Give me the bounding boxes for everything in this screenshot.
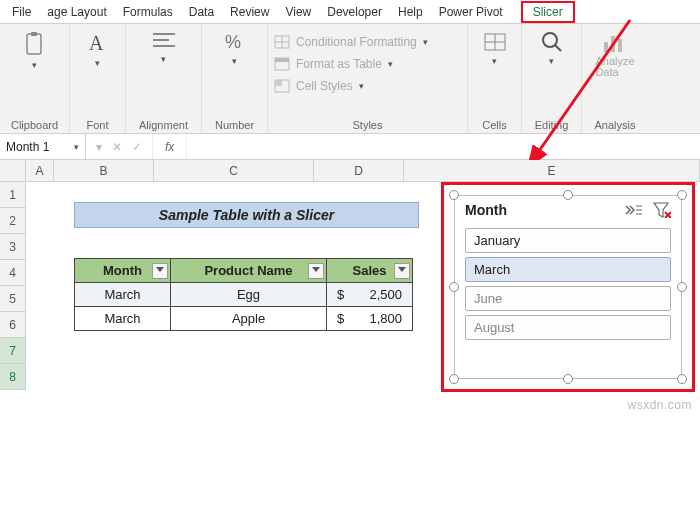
row-8[interactable]: 8 <box>0 364 26 390</box>
fx-label[interactable]: fx <box>153 134 187 159</box>
th-month[interactable]: Month <box>75 259 171 283</box>
title-banner: Sample Table with a Slicer <box>74 202 419 228</box>
cancel-icon[interactable]: ✕ <box>112 140 122 154</box>
grid: A B C D E 1 2 3 4 5 6 7 8 Sample Table w… <box>0 160 700 442</box>
col-C[interactable]: C <box>154 160 314 181</box>
conditional-formatting-button[interactable]: Conditional Formatting ▾ <box>274 32 461 52</box>
tab-developer[interactable]: Developer <box>319 1 390 23</box>
ribbon-body: ▾ Clipboard A ▾ Font ▾ Alignment % ▾ Num… <box>0 24 700 134</box>
cell-styles-button[interactable]: Cell Styles ▾ <box>274 76 461 96</box>
slicer-item-march[interactable]: March <box>465 257 671 282</box>
table-icon <box>274 57 290 71</box>
tab-view[interactable]: View <box>277 1 319 23</box>
row-3[interactable]: 3 <box>0 234 26 260</box>
group-font: Font <box>76 117 119 131</box>
slicer-title: Month <box>465 202 507 218</box>
font-icon: A <box>87 30 109 56</box>
row-7[interactable]: 7 <box>0 338 26 364</box>
row-1[interactable]: 1 <box>0 182 26 208</box>
th-sales[interactable]: Sales <box>327 259 413 283</box>
number-button[interactable]: % ▾ <box>208 28 261 68</box>
row-6[interactable]: 6 <box>0 312 26 338</box>
svg-text:A: A <box>89 32 104 54</box>
group-cells: Cells <box>474 117 515 131</box>
alignment-button[interactable]: ▾ <box>132 28 195 66</box>
analyze-data-button[interactable]: Analyze Data <box>588 28 642 80</box>
tab-slicer[interactable]: Slicer <box>521 1 575 23</box>
tab-pagelayout[interactable]: age Layout <box>39 1 114 23</box>
tab-data[interactable]: Data <box>181 1 222 23</box>
col-D[interactable]: D <box>314 160 404 181</box>
row-2[interactable]: 2 <box>0 208 26 234</box>
resize-handle[interactable] <box>677 190 687 200</box>
slicer-item-january[interactable]: January <box>465 228 671 253</box>
multiselect-icon[interactable] <box>625 202 643 218</box>
tab-file[interactable]: File <box>4 1 39 23</box>
align-icon <box>151 30 177 52</box>
col-A[interactable]: A <box>26 160 54 181</box>
ribbon-tabs: File age Layout Formulas Data Review Vie… <box>0 0 700 24</box>
search-icon <box>540 30 564 54</box>
analyze-icon <box>602 30 628 54</box>
slicer[interactable]: Month January March June August <box>454 195 682 379</box>
paste-icon <box>23 30 47 58</box>
resize-handle[interactable] <box>677 282 687 292</box>
table-row[interactable]: March Egg 2,500 <box>75 283 413 307</box>
clipboard-button[interactable]: ▾ <box>6 28 63 72</box>
resize-handle[interactable] <box>563 190 573 200</box>
cells-icon <box>483 30 507 54</box>
filter-icon[interactable] <box>308 263 324 279</box>
svg-rect-13 <box>275 80 282 86</box>
cells-button[interactable]: ▾ <box>474 28 515 68</box>
font-button[interactable]: A ▾ <box>76 28 119 70</box>
group-number: Number <box>208 117 261 131</box>
svg-rect-11 <box>275 58 289 62</box>
svg-line-18 <box>555 45 561 51</box>
col-E[interactable]: E <box>404 160 700 181</box>
formula-bar-buttons: ▾ ✕ ✓ <box>86 134 153 159</box>
resize-handle[interactable] <box>449 282 459 292</box>
row-4[interactable]: 4 <box>0 260 26 286</box>
th-product[interactable]: Product Name <box>171 259 327 283</box>
filter-icon[interactable] <box>394 263 410 279</box>
editing-button[interactable]: ▾ <box>528 28 575 68</box>
tab-help[interactable]: Help <box>390 1 431 23</box>
resize-handle[interactable] <box>449 374 459 384</box>
group-styles: Styles <box>274 117 461 131</box>
grid-icon <box>274 35 290 49</box>
name-box[interactable]: Month 1▾ <box>0 134 86 159</box>
group-clipboard: Clipboard <box>6 117 63 131</box>
group-alignment: Alignment <box>132 117 195 131</box>
col-B[interactable]: B <box>54 160 154 181</box>
svg-rect-19 <box>604 42 608 52</box>
formula-bar: Month 1▾ ▾ ✕ ✓ fx <box>0 134 700 160</box>
row-5[interactable]: 5 <box>0 286 26 312</box>
row-headers: 1 2 3 4 5 6 7 8 <box>0 182 26 390</box>
cellstyles-icon <box>274 79 290 93</box>
sample-table: Month Product Name Sales March Egg 2,500… <box>74 258 413 331</box>
group-analysis: Analysis <box>588 117 642 131</box>
table-row[interactable]: March Apple 1,800 <box>75 307 413 331</box>
clear-filter-icon[interactable] <box>653 202 671 218</box>
slicer-item-august[interactable]: August <box>465 315 671 340</box>
column-headers: A B C D E <box>0 160 700 182</box>
select-all-triangle[interactable] <box>0 160 26 181</box>
dropdown-icon[interactable]: ▾ <box>96 140 102 154</box>
resize-handle[interactable] <box>677 374 687 384</box>
slicer-callout: Month January March June August <box>441 182 695 392</box>
svg-rect-1 <box>31 32 37 36</box>
tab-powerpivot[interactable]: Power Pivot <box>431 1 511 23</box>
filter-icon[interactable] <box>152 263 168 279</box>
slicer-item-june[interactable]: June <box>465 286 671 311</box>
svg-rect-21 <box>618 39 622 52</box>
tab-formulas[interactable]: Formulas <box>115 1 181 23</box>
confirm-icon[interactable]: ✓ <box>132 140 142 154</box>
tab-review[interactable]: Review <box>222 1 277 23</box>
resize-handle[interactable] <box>563 374 573 384</box>
resize-handle[interactable] <box>449 190 459 200</box>
svg-rect-20 <box>611 36 615 52</box>
format-as-table-button[interactable]: Format as Table ▾ <box>274 54 461 74</box>
svg-text:%: % <box>225 32 241 52</box>
styles-menu: Conditional Formatting ▾ Format as Table… <box>274 28 461 96</box>
watermark: wsxdn.com <box>627 398 692 412</box>
